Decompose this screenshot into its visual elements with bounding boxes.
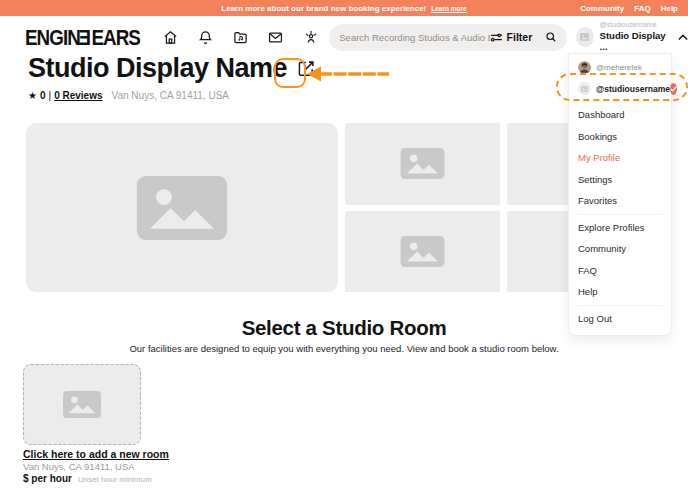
rating-row: ★ 0 | 0 Reviews Van Nuys, CA 91411, USA	[28, 90, 229, 101]
search-icon[interactable]	[545, 31, 557, 43]
gallery-photo[interactable]	[345, 123, 500, 205]
search-input[interactable]	[339, 32, 489, 43]
page-title: Studio Display Name	[28, 53, 287, 84]
account-texts: @studiousername Studio Display ...	[600, 21, 666, 54]
reviews-link[interactable]: 0 Reviews	[54, 90, 102, 101]
filter-button[interactable]: Filter	[490, 31, 533, 43]
add-room-link[interactable]: Click here to add a new room	[23, 448, 169, 460]
price-note: Unset hour minimum	[78, 475, 152, 484]
studio-location: Van Nuys, CA 91411, USA	[112, 90, 229, 101]
menu-item-community[interactable]: Community	[569, 238, 671, 260]
account-option-meheretek[interactable]: @meheretek	[569, 57, 671, 78]
menu-item-settings[interactable]: Settings	[569, 169, 671, 191]
header-nav	[163, 30, 319, 45]
add-room-location: Van Nuys, CA 91411, USA	[23, 461, 135, 472]
menu-item-bookings[interactable]: Bookings	[569, 126, 671, 148]
menu-item-help[interactable]: Help	[569, 281, 671, 303]
image-placeholder-icon	[136, 176, 228, 240]
title-row: Studio Display Name	[28, 53, 319, 84]
bell-icon[interactable]	[198, 30, 213, 45]
messages-icon[interactable]	[268, 30, 283, 45]
menu-item-dashboard[interactable]: Dashboard	[569, 104, 671, 126]
account-menu-trigger[interactable]: @studiousername Studio Display ...	[576, 21, 688, 54]
home-icon[interactable]	[163, 30, 178, 45]
gallery-main-photo[interactable]	[26, 123, 338, 292]
filter-label: Filter	[507, 31, 533, 43]
image-placeholder-icon	[580, 33, 589, 41]
image-placeholder-icon	[400, 148, 445, 179]
account-option-label: @studiousername	[596, 84, 670, 94]
avatar	[578, 82, 591, 95]
divider	[569, 101, 671, 102]
menu-item-log-out[interactable]: Log Out	[569, 308, 671, 330]
account-display-name: Studio Display ...	[600, 30, 666, 54]
network-icon[interactable]	[303, 30, 319, 45]
banner-links: Community FAQ Help	[580, 0, 678, 16]
promo-message: Learn more about our brand new booking e…	[221, 4, 426, 13]
menu-item-favorites[interactable]: Favorites	[569, 190, 671, 212]
banner-link-help[interactable]: Help	[661, 4, 678, 13]
promo-banner: Learn more about our brand new booking e…	[0, 0, 688, 16]
star-icon: ★	[28, 90, 37, 101]
avatar	[578, 61, 591, 74]
image-placeholder-icon	[581, 86, 588, 92]
price-per-hour: $ per hour	[23, 473, 72, 484]
banner-link-community[interactable]: Community	[580, 4, 624, 13]
search-bar: Filter	[329, 24, 567, 51]
projects-folder-icon[interactable]	[233, 30, 248, 45]
menu-item-explore-profiles[interactable]: Explore Profiles	[569, 217, 671, 239]
engineears-logo[interactable]: ENGINEEARS	[25, 25, 140, 50]
promo-learn-more-link[interactable]: Learn more	[431, 5, 466, 12]
divider	[578, 214, 662, 215]
edit-icon	[298, 60, 315, 77]
image-placeholder-icon	[63, 391, 101, 418]
image-placeholder-icon	[400, 236, 445, 267]
price-row: $ per hour Unset hour minimum	[23, 473, 152, 484]
add-room-card[interactable]	[23, 364, 141, 445]
menu-item-faq[interactable]: FAQ	[569, 260, 671, 282]
photo-gallery	[26, 123, 658, 292]
filter-sliders-icon	[490, 32, 503, 43]
rating-separator: |	[49, 90, 52, 101]
account-dropdown: @meheretek @studiousername Dashboard Boo…	[568, 53, 672, 336]
selected-check-icon	[670, 83, 677, 95]
rating-value: 0	[40, 90, 46, 101]
divider	[578, 305, 662, 306]
chevron-up-icon[interactable]	[678, 34, 688, 41]
edit-title-button[interactable]	[293, 56, 319, 82]
avatar	[576, 27, 593, 47]
banner-link-faq[interactable]: FAQ	[634, 4, 650, 13]
account-handle: @studiousername	[600, 21, 666, 30]
account-option-studiousername[interactable]: @studiousername	[569, 78, 671, 99]
account-option-label: @meheretek	[596, 63, 642, 72]
menu-item-my-profile[interactable]: My Profile	[569, 147, 671, 169]
rooms-subheading: Our facilities are designed to equip you…	[0, 343, 688, 354]
gallery-photo[interactable]	[345, 211, 500, 293]
gallery-column	[345, 123, 500, 292]
app-header: ENGINEEARS Filter @studiousername Studio…	[0, 16, 688, 58]
